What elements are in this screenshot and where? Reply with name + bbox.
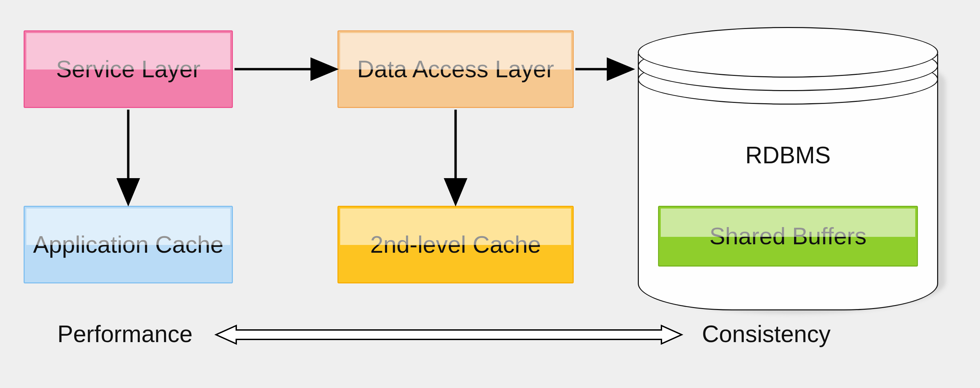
node-data-access-layer: Data Access Layer — [337, 30, 574, 108]
database-cylinder: RDBMS Shared Buffers — [635, 17, 945, 310]
node-shared-buffers: Shared Buffers — [658, 206, 918, 267]
node-application-cache: Application Cache — [24, 206, 233, 283]
svg-marker-1 — [216, 326, 236, 344]
node-label: Data Access Layer — [357, 56, 554, 83]
node-label: 2nd-level Cache — [370, 231, 541, 258]
node-label: Service Layer — [56, 56, 200, 83]
node-label: Shared Buffers — [710, 223, 867, 250]
node-label: Application Cache — [33, 231, 223, 258]
axis-double-arrow — [216, 326, 682, 344]
axis-right-label: Consistency — [702, 321, 830, 348]
rdbms-label: RDBMS — [635, 142, 942, 169]
svg-rect-0 — [236, 330, 662, 339]
node-second-level-cache: 2nd-level Cache — [337, 206, 574, 283]
axis-left-label: Performance — [57, 321, 193, 348]
svg-marker-2 — [662, 326, 682, 344]
diagram-canvas: Service Layer Data Access Layer Applicat… — [0, 0, 980, 388]
node-service-layer: Service Layer — [24, 30, 233, 108]
